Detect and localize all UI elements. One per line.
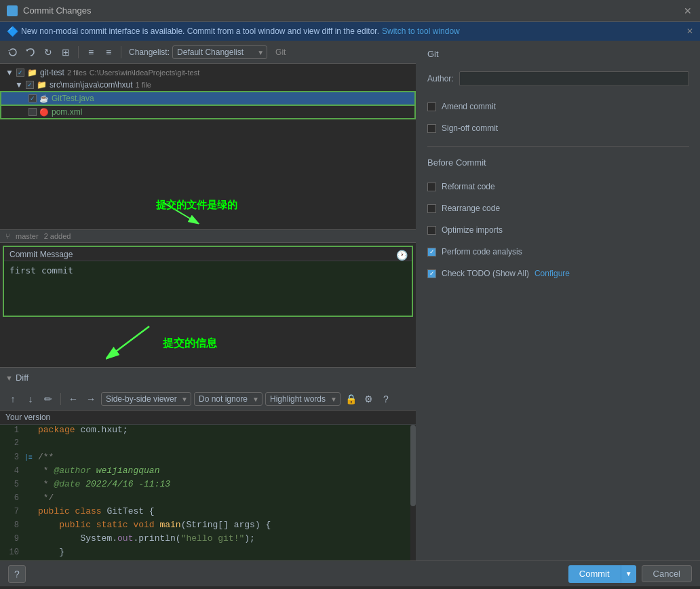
annotation-files-text: 提交的文件是绿的 [156,199,237,212]
diff-ignore-select[interactable]: Do not ignore [194,392,262,406]
signoff-label: Sign-off commit [442,124,498,133]
separator [78,46,79,58]
folder-icon: 📁 [27,68,37,77]
svg-line-2 [109,326,149,357]
subfolder-icon: 📁 [37,80,47,90]
right-panel: Git Author: Amend commit Sign-off commit… [416,41,700,560]
author-row: Author: [427,71,689,86]
info-text: New non-modal commit interface is availa… [21,26,379,36]
help-button[interactable]: ? [8,565,26,583]
diff-title: Diff [16,373,28,383]
msg-options-icon[interactable]: 🕐 [396,250,408,261]
author-input[interactable] [459,71,689,86]
pom-filename: pom.xml [52,107,82,117]
diff-prev-btn[interactable]: ← [66,392,81,406]
file-tree: ▼ 📁 git-test 2 files C:\Users\win\IdeaPr… [0,64,416,195]
tree-item-pom[interactable]: 🔴 pom.xml [0,106,416,119]
diff-down-btn[interactable]: ↓ [23,392,38,406]
root-checkbox[interactable] [16,69,24,77]
rearrange-label: Rearrange code [442,204,500,213]
root-name: git-test [40,68,64,77]
group-button[interactable]: ⊞ [58,45,73,60]
redo-button[interactable]: ↻ [41,45,56,60]
optimize-row: Optimize imports [427,223,689,237]
scrollbar-thumb[interactable] [410,425,416,506]
amend-checkbox[interactable] [427,102,436,111]
diff-up-btn[interactable]: ↑ [5,392,20,406]
scrollbar[interactable] [410,425,416,560]
diff-edit-btn[interactable]: ✏ [41,392,56,406]
signoff-checkbox[interactable] [427,124,436,133]
svg-point-0 [9,7,16,14]
separator2 [121,46,121,58]
checktodo-row: ✓ Check TODO (Show All) Configure [427,267,689,280]
commit-button[interactable]: Commit ▼ [568,565,636,583]
tree-subpath[interactable]: ▼ 📁 src\main\java\com\hxut 1 file [0,79,416,91]
commit-button-arrow[interactable]: ▼ [621,565,636,583]
diff-lock-btn[interactable]: 🔒 [343,392,358,406]
reformat-checkbox[interactable] [427,183,436,191]
tree-root[interactable]: ▼ 📁 git-test 2 files C:\Users\win\IdeaPr… [0,66,416,79]
switch-tool-window-link[interactable]: Switch to tool window [382,26,460,36]
diff-highlight-select[interactable]: Highlight words [265,392,341,406]
bottom-bar: ? Commit ▼ Cancel [0,560,700,586]
branch-icon: ⑂ [5,232,10,240]
code-line-7: 7 public class GitTest { [0,506,416,520]
commit-button-main[interactable]: Commit [568,565,621,583]
signoff-commit-row: Sign-off commit [427,121,689,135]
diff-section: ▼ Diff ↑ ↓ ✏ ← → Side-by-side viewer ▼ [0,367,416,560]
diff-toolbar: ↑ ↓ ✏ ← → Side-by-side viewer ▼ Do not i… [0,387,416,411]
changelist-select[interactable]: Default Changelist [172,45,267,59]
rearrange-checkbox[interactable] [427,204,436,213]
tree-item-gittest[interactable]: ☕ GitTest.java [0,91,416,106]
code-line-6: 6 */ [0,493,416,506]
subpath-checkbox[interactable] [26,81,34,89]
root-path: C:\Users\win\IdeaProjects\git-test [90,69,200,77]
toolbar: ↻ ⊞ ≡ ≡ Changelist: Default Changelist ▼… [0,41,416,64]
changelist-select-wrapper: Default Changelist ▼ [172,45,267,59]
diff-header: ▼ Diff [0,367,416,387]
commit-msg-text[interactable]: first commit [4,261,412,316]
before-commit-title: Before Commit [427,157,689,168]
code-line-10: 10 } [0,547,416,560]
code-line-1: 1 package com.hxut; [0,425,416,438]
optimize-checkbox[interactable] [427,226,436,235]
gittest-checkbox[interactable] [28,94,37,102]
sub-path: src\main\java\com\hxut [50,80,133,90]
root-count: 2 files [67,69,87,77]
left-panel: ↻ ⊞ ≡ ≡ Changelist: Default Changelist ▼… [0,41,416,560]
section-divider [427,146,689,147]
diff-settings-btn[interactable]: ⚙ [361,392,376,406]
status-bar: ⑂ master 2 added [0,229,416,243]
code-view[interactable]: 1 package com.hxut; 2 3 |≡ /** [0,425,416,560]
diff-help-btn[interactable]: ? [378,392,393,406]
expand-button[interactable]: ≡ [83,45,98,60]
code-line-8: 8 public static void main(String[] args)… [0,520,416,533]
refresh-button[interactable] [5,45,20,60]
changelist-label: Changelist: [129,48,170,57]
info-bar: 🔷 New non-modal commit interface is avai… [0,22,700,41]
git-label: Git [275,48,286,57]
checktodo-checkbox[interactable]: ✓ [427,269,436,278]
checktodo-label: Check TODO (Show All) [442,269,529,278]
main-container: ↻ ⊞ ≡ ≡ Changelist: Default Changelist ▼… [0,41,700,560]
info-close-button[interactable]: ✕ [686,26,693,36]
annotation-commit-info: 提交的信息 [0,320,416,367]
diff-viewer-select[interactable]: Side-by-side viewer [101,392,191,406]
window-title: Commit Changes [23,5,682,16]
gittest-filename: GitTest.java [52,94,94,103]
pom-checkbox[interactable] [28,108,37,116]
xml-file-icon: 🔴 [39,108,49,117]
collapse-button[interactable]: ≡ [101,45,116,60]
amend-label: Amend commit [442,102,496,111]
undo-button[interactable] [23,45,38,60]
close-button[interactable]: ✕ [682,5,693,16]
configure-link[interactable]: Configure [534,269,570,278]
code-line-5: 5 * @date 2022/4/16 -11:13 [0,479,416,493]
version-label: Your version [0,411,416,425]
rearrange-row: Rearrange code [427,202,689,215]
diff-next-btn[interactable]: → [83,392,98,406]
cancel-button[interactable]: Cancel [642,565,692,582]
perform-checkbox[interactable]: ✓ [427,248,436,256]
diff-collapse-icon[interactable]: ▼ [5,374,13,382]
